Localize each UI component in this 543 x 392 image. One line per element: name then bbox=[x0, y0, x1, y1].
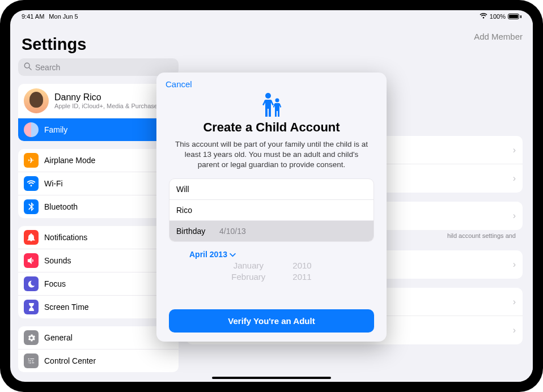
battery-icon bbox=[508, 14, 521, 19]
sidebar-item-label: Focus bbox=[44, 279, 66, 288]
month-year-picker[interactable]: April 2013 bbox=[189, 250, 374, 259]
home-indicator[interactable] bbox=[212, 377, 331, 379]
status-bar: 9:41 AM Mon Jun 5 100% bbox=[10, 10, 533, 23]
sidebar-item-label: Wi-Fi bbox=[44, 179, 63, 188]
sidebar-item-label: Screen Time bbox=[44, 302, 89, 312]
birthday-value: 4/10/13 bbox=[219, 227, 246, 236]
battery-percent: 100% bbox=[490, 13, 506, 20]
screen: 9:41 AM Mon Jun 5 100% Settings bbox=[10, 10, 533, 382]
create-child-account-modal: Cancel Create a Child Account This accou… bbox=[156, 73, 387, 342]
cancel-button[interactable]: Cancel bbox=[166, 79, 192, 89]
sliders-icon bbox=[24, 353, 39, 368]
sidebar-item-account[interactable]: Danny Rico Apple ID, iCloud+, Media & Pu… bbox=[18, 84, 179, 118]
sidebar-item-label: Notifications bbox=[44, 233, 87, 242]
birthday-label: Birthday bbox=[176, 227, 219, 236]
child-account-form: Will Rico Birthday 4/10/13 bbox=[169, 178, 374, 242]
month-year-value: April 2013 bbox=[189, 250, 227, 259]
search-placeholder: Search bbox=[35, 63, 60, 72]
sidebar-item-family[interactable]: Family bbox=[18, 118, 179, 141]
verify-adult-button[interactable]: Verify You're an Adult bbox=[169, 309, 374, 333]
sidebar-item-airplane[interactable]: ✈ Airplane Mode bbox=[18, 149, 179, 172]
modal-description: This account will be part of your family… bbox=[173, 139, 370, 171]
hourglass-icon bbox=[24, 300, 39, 314]
sidebar-item-bluetooth[interactable]: Bluetooth bbox=[18, 195, 179, 218]
first-name-value: Will bbox=[176, 185, 189, 194]
search-input[interactable]: Search bbox=[18, 58, 179, 76]
wheel-month-option: February bbox=[231, 271, 265, 283]
wheel-year-option: 2010 bbox=[292, 260, 311, 271]
svg-point-2 bbox=[265, 93, 271, 99]
date-wheel[interactable]: January February 2010 2011 bbox=[169, 260, 374, 283]
avatar bbox=[24, 88, 49, 113]
sidebar-item-label: Airplane Mode bbox=[44, 156, 95, 165]
status-date: Mon Jun 5 bbox=[49, 13, 78, 20]
airplane-icon: ✈ bbox=[24, 153, 39, 168]
sidebar-item-label: Sounds bbox=[44, 256, 71, 265]
moon-icon bbox=[24, 276, 39, 291]
svg-point-3 bbox=[275, 99, 279, 103]
wheel-year-option: 2011 bbox=[292, 271, 311, 283]
sidebar-item-screentime[interactable]: Screen Time bbox=[18, 296, 179, 318]
status-time: 9:41 AM bbox=[22, 13, 44, 20]
chevron-right-icon: › bbox=[513, 259, 516, 270]
sidebar-item-controlcenter[interactable]: Control Center bbox=[18, 350, 179, 372]
sidebar-item-sounds[interactable]: Sounds bbox=[18, 249, 179, 272]
chevron-right-icon: › bbox=[513, 173, 516, 184]
add-member-button[interactable]: Add Member bbox=[474, 32, 523, 41]
sidebar-item-label: General bbox=[44, 333, 73, 342]
birthday-field[interactable]: Birthday 4/10/13 bbox=[169, 221, 374, 241]
chevron-right-icon: › bbox=[513, 297, 516, 307]
family-icon bbox=[24, 122, 39, 137]
sidebar-item-label: Family bbox=[44, 125, 67, 134]
speaker-icon bbox=[24, 253, 39, 268]
sidebar-item-label: Bluetooth bbox=[44, 202, 78, 211]
chevron-right-icon: › bbox=[513, 211, 516, 221]
bluetooth-icon bbox=[24, 199, 39, 214]
gear-icon bbox=[24, 330, 39, 345]
search-icon bbox=[24, 62, 32, 72]
chevron-down-icon bbox=[230, 250, 236, 259]
chevron-right-icon: › bbox=[513, 325, 516, 335]
wifi-icon bbox=[480, 13, 487, 20]
sidebar-item-label: Control Center bbox=[44, 356, 96, 365]
account-sub: Apple ID, iCloud+, Media & Purchases bbox=[54, 103, 160, 109]
sidebar-item-focus[interactable]: Focus bbox=[18, 272, 179, 296]
account-name: Danny Rico bbox=[54, 92, 160, 103]
ipad-frame: 9:41 AM Mon Jun 5 100% Settings bbox=[0, 0, 543, 392]
last-name-value: Rico bbox=[176, 206, 192, 215]
sidebar-item-general[interactable]: General bbox=[18, 326, 179, 350]
sidebar-item-wifi[interactable]: Wi-Fi bbox=[18, 172, 179, 195]
last-name-field[interactable]: Rico bbox=[169, 200, 374, 221]
bell-icon bbox=[24, 230, 39, 245]
wifi-settings-icon bbox=[24, 176, 39, 191]
wheel-month-option: January bbox=[231, 260, 265, 271]
svg-line-1 bbox=[29, 67, 31, 70]
first-name-field[interactable]: Will bbox=[169, 179, 374, 200]
family-figure-icon bbox=[169, 93, 374, 117]
chevron-right-icon: › bbox=[513, 145, 516, 155]
modal-title: Create a Child Account bbox=[169, 120, 374, 135]
sidebar-item-notifications[interactable]: Notifications bbox=[18, 226, 179, 249]
page-title: Settings bbox=[22, 35, 179, 54]
